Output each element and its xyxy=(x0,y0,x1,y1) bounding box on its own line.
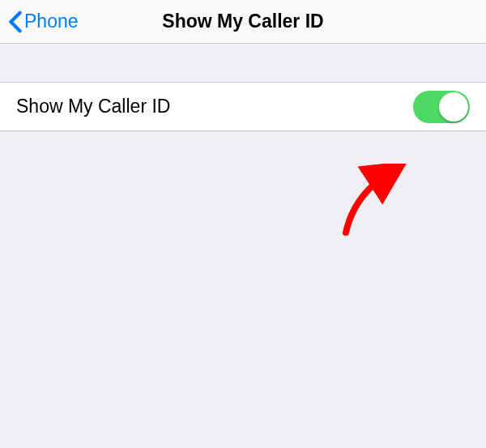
navbar: Phone Show My Caller ID xyxy=(0,0,486,44)
annotation-arrow-icon xyxy=(334,164,411,245)
chevron-left-icon xyxy=(8,11,23,33)
caller-id-row: Show My Caller ID xyxy=(0,83,486,131)
section-spacer xyxy=(0,44,486,83)
caller-id-toggle[interactable] xyxy=(413,91,470,123)
back-button[interactable]: Phone xyxy=(0,11,79,33)
back-label: Phone xyxy=(24,11,79,32)
toggle-knob xyxy=(439,92,468,122)
content-area: Show My Caller ID xyxy=(0,44,486,131)
caller-id-label: Show My Caller ID xyxy=(16,96,170,117)
